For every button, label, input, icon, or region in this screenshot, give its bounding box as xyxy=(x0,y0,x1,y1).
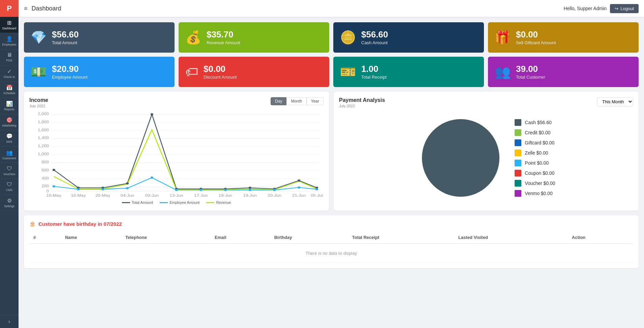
svg-point-26 xyxy=(151,113,153,116)
sidebar-item-vouchers[interactable]: 🛡 Vouchers xyxy=(0,163,19,179)
giftcard-amount-label: Sell Giftcard Amount xyxy=(516,40,556,45)
logout-label: Logout xyxy=(620,6,634,11)
voucher-swatch xyxy=(515,180,521,187)
sidebar-item-employees[interactable]: 👤 Employees xyxy=(0,33,19,49)
svg-point-25 xyxy=(126,182,129,185)
venmo-swatch xyxy=(515,190,521,197)
sidebar-item-pos[interactable]: 🖥 POS xyxy=(0,49,19,65)
logout-button[interactable]: ↪ Logout xyxy=(610,4,639,13)
main-content: ≡ Dashboard Hello, Supper Admin ↪ Logout… xyxy=(19,0,644,328)
legend-revenue-label: Revenue xyxy=(216,200,231,204)
sidebar-item-label: Check In xyxy=(4,75,15,79)
payment-chart-body: Cash $56.60 Credit $0.00 Giftcard $0.00 xyxy=(339,111,633,205)
svg-text:20-May: 20-May xyxy=(95,193,111,198)
legend-venmo: Venmo $0.00 xyxy=(515,190,555,197)
header-right: Hello, Supper Admin ↪ Logout xyxy=(564,4,639,13)
tab-day[interactable]: Day xyxy=(271,97,286,105)
legend-coupon: Coupon $0.00 xyxy=(515,170,555,176)
svg-point-58 xyxy=(422,119,499,197)
birthday-section: 🎂 Customer have birthday in 07/2022 # Na… xyxy=(24,215,639,268)
group-icon: 👥 xyxy=(495,64,511,79)
giftcard-legend-label: Giftcard $0.00 xyxy=(525,140,554,145)
income-chart-area: 0 200 400 600 800 1,000 1,200 1,400 1,60… xyxy=(29,111,324,198)
sidebar: P ⊞ Dashboard 👤 Employees 🖥 POS ✓ Check … xyxy=(0,0,19,328)
col-hash: # xyxy=(29,231,61,244)
page-title: Dashboard xyxy=(32,5,61,12)
income-chart-title-group: Income July 2022 xyxy=(29,97,48,108)
credit-swatch xyxy=(515,129,521,136)
sidebar-item-dashboard[interactable]: ⊞ Dashboard xyxy=(0,17,19,33)
menu-toggle-button[interactable]: ≡ xyxy=(24,5,28,12)
zelle-swatch xyxy=(515,149,521,156)
svg-text:05-Jul: 05-Jul xyxy=(311,193,323,198)
svg-point-32 xyxy=(298,180,300,182)
svg-point-43 xyxy=(273,189,276,191)
voucher-legend-label: Voucher $0.00 xyxy=(525,181,555,186)
legend-point: Point $0.00 xyxy=(515,160,555,166)
header-left: ≡ Dashboard xyxy=(24,5,61,12)
stat-card-customer-info: 39.00 Total Customer xyxy=(516,64,545,80)
svg-point-37 xyxy=(126,187,129,189)
cash-amount-label: Cash Amount xyxy=(361,40,388,45)
svg-point-35 xyxy=(77,188,80,191)
total-customer-label: Total Customer xyxy=(516,75,545,80)
revenue-amount-label: Revenue Amount xyxy=(207,40,240,45)
diamond-icon: 💎 xyxy=(31,30,47,45)
stat-card-discount-info: $0.00 Discount Amount xyxy=(204,64,237,80)
header: ≡ Dashboard Hello, Supper Admin ↪ Logout xyxy=(19,0,644,17)
income-chart-header: Income July 2022 Day Month Year xyxy=(29,97,324,108)
payment-chart-card: Payment Analysis July 2022 This Month La… xyxy=(334,92,639,211)
total-line-swatch xyxy=(122,202,130,203)
sidebar-logo: P xyxy=(0,0,19,17)
emarketing-icon: 🎯 xyxy=(6,117,13,123)
col-telephone: Telephone xyxy=(121,231,211,244)
legend-giftcard: Giftcard $0.00 xyxy=(515,139,555,146)
stat-card-employee-info: $20.90 Employee Amount xyxy=(52,64,88,80)
table-row-no-data: There is no data to display xyxy=(29,244,633,263)
checkin-icon: ✓ xyxy=(7,68,11,75)
sidebar-item-checkin[interactable]: ✓ Check In xyxy=(0,65,19,82)
svg-point-38 xyxy=(151,176,153,179)
svg-text:10-May: 10-May xyxy=(47,193,62,198)
employees-icon: 👤 xyxy=(6,36,13,42)
svg-text:1,000: 1,000 xyxy=(38,152,49,156)
svg-point-22 xyxy=(53,169,55,171)
sidebar-item-schedule[interactable]: 📅 Schedule xyxy=(0,82,19,98)
sidebar-item-reports[interactable]: 📊 Reports xyxy=(0,98,19,114)
cash-swatch xyxy=(515,119,521,126)
settings-icon: ⚙ xyxy=(7,197,12,204)
money-bag-icon: 💰 xyxy=(185,30,201,45)
sidebar-item-emarketing[interactable]: 🎯 eMarketing xyxy=(0,114,19,130)
legend-total-label: Total Amount xyxy=(132,200,153,204)
svg-text:1,200: 1,200 xyxy=(38,144,49,148)
svg-point-45 xyxy=(315,188,318,191)
svg-text:18-Jun: 18-Jun xyxy=(219,193,232,198)
tab-month[interactable]: Month xyxy=(286,97,306,105)
period-select[interactable]: This Month Last Month This Year xyxy=(597,97,633,106)
birthday-table-header-row: # Name Telephone Email Birthday Total Re… xyxy=(29,231,633,244)
total-customer-value: 39.00 xyxy=(516,64,545,74)
sidebar-expand-button[interactable]: › xyxy=(0,315,19,328)
revenue-line-swatch xyxy=(206,202,214,203)
total-receipt-label: Total Receipt xyxy=(361,75,387,80)
sidebar-item-sms[interactable]: 💬 SMS xyxy=(0,130,19,146)
coupon-legend-label: Coupon $0.00 xyxy=(525,170,554,176)
col-birthday: Birthday xyxy=(270,231,348,244)
point-swatch xyxy=(515,160,521,166)
svg-point-42 xyxy=(249,189,251,191)
col-name: Name xyxy=(61,231,121,244)
stat-card-cash-amount: 🪙 $56.60 Cash Amount xyxy=(333,22,484,53)
greeting-text: Hello, Supper Admin xyxy=(564,6,607,11)
employee-line-swatch xyxy=(160,202,168,203)
sidebar-item-cms[interactable]: 🛡 CMS xyxy=(0,179,19,195)
tab-year[interactable]: Year xyxy=(307,97,324,105)
legend-employee: Employee Amount xyxy=(160,200,200,204)
legend-employee-label: Employee Amount xyxy=(170,200,200,204)
legend-credit: Credit $0.00 xyxy=(515,129,555,136)
payment-chart-subtitle: July 2022 xyxy=(339,104,385,108)
stat-cards-grid: 💎 $56.60 Total Amount 💰 $35.70 Revenue A… xyxy=(24,22,639,87)
sidebar-item-settings[interactable]: ⚙ Settings xyxy=(0,195,19,211)
sidebar-item-customers[interactable]: 👥 Customers xyxy=(0,147,19,163)
employee-amount-value: $20.90 xyxy=(52,64,88,74)
svg-text:17-Jun: 17-Jun xyxy=(194,193,208,198)
